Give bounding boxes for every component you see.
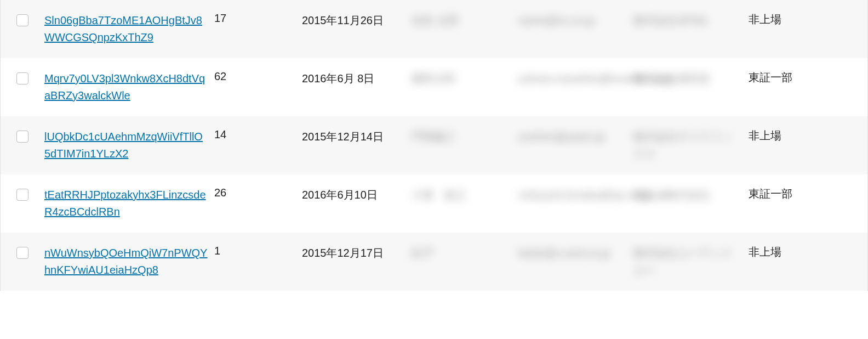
link-cell: nWuWnsybQOeHmQiW7nPWQYhnKFYwiAU1eiaHzQp8 (44, 245, 214, 279)
table-row: lUQbkDc1cUAehmMzqWiiVfTllO5dTIM7in1YLzX2… (1, 116, 867, 174)
company-cell: 株式会社ユーアンドユー (633, 245, 749, 279)
email-text: yoshimi@yateo.jp (518, 131, 605, 143)
record-link[interactable]: nWuWnsybQOeHmQiW7nPWQYhnKFYwiAU1eiaHzQp8 (44, 247, 207, 276)
company-text: 株式会社康世堂 (633, 72, 710, 84)
count-cell: 1 (214, 245, 302, 257)
row-checkbox[interactable] (16, 247, 28, 259)
row-checkbox[interactable] (16, 72, 28, 84)
email-text: kaido@u-and.co.jp (518, 247, 610, 259)
date-cell: 2016年6月10日 (302, 187, 412, 204)
date-cell: 2015年12月14日 (302, 128, 412, 145)
status-cell: 非上場 (749, 245, 847, 259)
email-text: nobuyuki.kosaka@sjs.co.jp (518, 189, 651, 201)
status-cell: 東証一部 (749, 70, 847, 85)
row-checkbox[interactable] (16, 131, 28, 143)
link-cell: Mqrv7y0LV3pl3Wnkw8XcH8dtVqaBRZy3walckWle (44, 70, 214, 104)
count-cell: 17 (214, 12, 302, 25)
link-cell: tEatRRHJPptozakyhx3FLinzcsdeR4zcBCdclRBn (44, 187, 214, 221)
checkbox-cell (1, 12, 44, 26)
name-text: 名前 太郎 (412, 14, 459, 26)
record-link[interactable]: tEatRRHJPptozakyhx3FLinzcsdeR4zcBCdclRBn (44, 189, 206, 218)
company-cell: 株式会社サイクリックス (633, 128, 749, 162)
company-text: 旭化成株式会社 (633, 189, 710, 201)
name-text: 小濱 延之 (412, 189, 466, 201)
date-cell: 2016年6月 8日 (302, 70, 412, 87)
name-cell: 横田太郎 (412, 70, 518, 87)
table-row: nWuWnsybQOeHmQiW7nPWQYhnKFYwiAU1eiaHzQp8… (1, 233, 867, 291)
count-cell: 14 (214, 128, 302, 141)
company-cell: 株式会社康世堂 (633, 70, 749, 87)
company-cell: 旭化成株式会社 (633, 187, 749, 204)
table-row: Sln06gBba7TzoME1AOHgBtJv8WWCGSQnpzKxThZ9… (1, 0, 867, 58)
row-checkbox[interactable] (16, 189, 28, 201)
email-cell: yoshimi@yateo.jp (518, 128, 633, 145)
row-checkbox[interactable] (16, 14, 28, 26)
company-text: 株式会社SPNA (633, 14, 707, 26)
checkbox-cell (1, 187, 44, 201)
date-cell: 2015年12月17日 (302, 245, 412, 262)
company-cell: 株式会社SPNA (633, 12, 749, 29)
table-row: Mqrv7y0LV3pl3Wnkw8XcH8dtVqaBRZy3walckWle… (1, 58, 867, 116)
name-cell: 松戸 (412, 245, 518, 262)
record-link[interactable]: lUQbkDc1cUAehmMzqWiiVfTllO5dTIM7in1YLzX2 (44, 131, 203, 160)
status-cell: 東証一部 (749, 187, 847, 201)
record-link[interactable]: Mqrv7y0LV3pl3Wnkw8XcH8dtVqaBRZy3walckWle (44, 72, 205, 101)
link-cell: Sln06gBba7TzoME1AOHgBtJv8WWCGSQnpzKxThZ9 (44, 12, 214, 46)
name-text: 横田太郎 (412, 72, 455, 84)
name-cell: 小濱 延之 (412, 187, 518, 204)
status-cell: 非上場 (749, 128, 847, 143)
email-cell: yokota.masahito@koseido.co.jp (518, 70, 633, 87)
email-cell: name@ex.co.jp (518, 12, 633, 29)
company-text: 株式会社サイクリックス (633, 131, 732, 160)
checkbox-cell (1, 128, 44, 143)
name-text: 松戸 (412, 247, 433, 259)
date-cell: 2015年11月26日 (302, 12, 412, 29)
count-cell: 62 (214, 70, 302, 83)
link-cell: lUQbkDc1cUAehmMzqWiiVfTllO5dTIM7in1YLzX2 (44, 128, 214, 162)
name-cell: 名前 太郎 (412, 12, 518, 29)
checkbox-cell (1, 245, 44, 259)
email-cell: nobuyuki.kosaka@sjs.co.jp (518, 187, 633, 204)
table-row: tEatRRHJPptozakyhx3FLinzcsdeR4zcBCdclRBn… (1, 174, 867, 233)
count-cell: 26 (214, 187, 302, 199)
company-text: 株式会社ユーアンドユー (633, 247, 732, 276)
email-text: name@ex.co.jp (518, 14, 595, 26)
name-cell: 門岡義三 (412, 128, 518, 145)
status-cell: 非上場 (749, 12, 847, 27)
record-link[interactable]: Sln06gBba7TzoME1AOHgBtJv8WWCGSQnpzKxThZ9 (44, 14, 202, 43)
checkbox-cell (1, 70, 44, 84)
email-cell: kaido@u-and.co.jp (518, 245, 633, 262)
data-table: Sln06gBba7TzoME1AOHgBtJv8WWCGSQnpzKxThZ9… (0, 0, 868, 291)
name-text: 門岡義三 (412, 131, 455, 143)
